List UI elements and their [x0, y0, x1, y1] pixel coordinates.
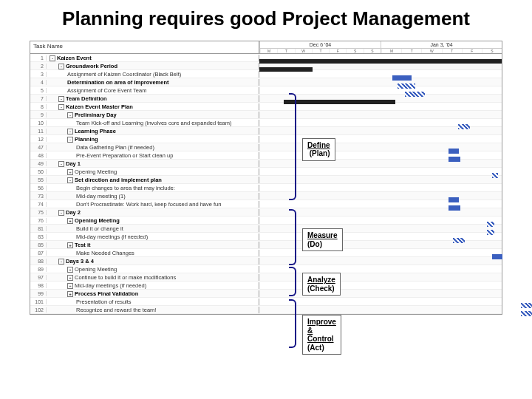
table-row: 101Presentation of results: [30, 298, 502, 306]
table-row: 49-Day 1: [30, 160, 502, 168]
expander-icon[interactable]: -: [67, 137, 73, 143]
table-row: 76+Opening Meeting: [30, 216, 502, 225]
table-row: 83Mid-day meetings (if needed): [30, 233, 502, 241]
expander-icon[interactable]: -: [58, 259, 64, 265]
table-row: 81Build it or change it: [30, 225, 502, 233]
table-row: 56Begin changes to area that may include…: [30, 184, 502, 192]
expander-icon[interactable]: +: [67, 242, 73, 248]
table-row: 1-Kaizen Event: [30, 54, 502, 62]
expander-icon[interactable]: -: [67, 129, 73, 134]
expander-icon[interactable]: +: [67, 169, 73, 175]
expander-icon[interactable]: +: [67, 291, 73, 297]
table-row: 11-Learning Phase: [30, 127, 502, 135]
gantt-rows: 1-Kaizen Event2-Groundwork Period3Assign…: [30, 54, 502, 314]
table-row: 74Don't Procrastinate: Work hard, keep f…: [30, 200, 502, 208]
table-row: 47Data Gathering Plan (if needed): [30, 143, 502, 151]
expander-icon[interactable]: -: [67, 112, 73, 118]
page-title: Planning requires good Project Managemen…: [0, 0, 532, 41]
gantt-header-taskname: Task Name: [30, 41, 259, 53]
table-row: 5Assignment of Core Event Team: [30, 86, 502, 95]
table-row: 9-Preliminary Day: [30, 111, 502, 119]
gantt-header: Task Name Dec 6 '04MTWTFSSJan 3, '04MTWT…: [30, 41, 502, 54]
table-row: 10Team Kick-off and Learning (involves c…: [30, 119, 502, 127]
expander-icon[interactable]: -: [50, 55, 55, 61]
table-row: 88-Days 3 & 4: [30, 257, 502, 265]
expander-icon[interactable]: -: [58, 161, 64, 167]
table-row: 102Recognize and reward the team!: [30, 306, 502, 314]
table-row: 7-Team Definition: [30, 95, 502, 103]
table-row: 48Pre-Event Preparation or Start clean u…: [30, 151, 502, 160]
table-row: 87Make Needed Changes: [30, 249, 502, 257]
table-row: 50+Opening Meeting: [30, 168, 502, 176]
table-row: 73Mid-day meeting (1): [30, 192, 502, 200]
gantt-chart: Task Name Dec 6 '04MTWTFSSJan 3, '04MTWT…: [30, 41, 502, 315]
gantt-header-months: Dec 6 '04MTWTFSSJan 3, '04MTWTFS: [259, 41, 502, 53]
expander-icon[interactable]: +: [67, 218, 73, 224]
table-row: 89+Opening Meeting: [30, 265, 502, 273]
table-row: 99+Process Final Validation: [30, 290, 502, 298]
table-row: 55-Set direction and implement plan: [30, 176, 502, 184]
table-row: 97+Continue to build it or make modifica…: [30, 273, 502, 282]
expander-icon[interactable]: -: [58, 104, 64, 110]
table-row: 75-Day 2: [30, 208, 502, 216]
expander-icon[interactable]: -: [58, 210, 64, 216]
expander-icon[interactable]: -: [67, 177, 73, 183]
table-row: 4Determination on area of Improvement: [30, 78, 502, 86]
expander-icon[interactable]: +: [67, 275, 73, 281]
expander-icon[interactable]: +: [67, 283, 73, 289]
expander-icon[interactable]: -: [58, 64, 64, 69]
table-row: 8-Kaizen Event Master Plan: [30, 103, 502, 111]
expander-icon[interactable]: -: [58, 96, 64, 102]
table-row: 98+Mid-day meetings (if needed): [30, 282, 502, 290]
phase-label: Improve & Control (Act): [302, 315, 341, 355]
table-row: 12-Planning: [30, 135, 502, 143]
table-row: 85+Test it: [30, 241, 502, 249]
expander-icon[interactable]: +: [67, 267, 73, 273]
